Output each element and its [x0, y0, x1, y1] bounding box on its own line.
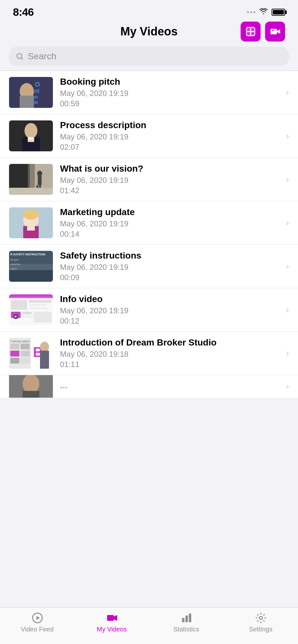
video-item-1[interactable]: O nl in de Booking pitch May 06, 2020 19…	[0, 71, 298, 114]
search-container: Search	[0, 43, 298, 71]
svg-text:de: de	[33, 100, 38, 105]
nav-my-videos[interactable]: My Videos	[74, 612, 149, 633]
video-thumbnail-5: R SAFETY INSTRUCTION tly geer cameras ro…	[9, 251, 53, 282]
add-video-button[interactable]	[241, 22, 261, 42]
video-duration-6: 00:12	[60, 317, 279, 326]
svg-rect-57	[21, 351, 30, 356]
svg-point-20	[37, 171, 42, 176]
search-bar[interactable]: Search	[9, 47, 289, 66]
svg-rect-59	[21, 358, 30, 364]
svg-rect-56	[10, 351, 19, 356]
camera-button[interactable]	[265, 22, 285, 42]
svg-text:cameras: cameras	[10, 263, 20, 266]
svg-text:Training videos: Training videos	[10, 340, 30, 343]
status-time: 8:46	[13, 6, 34, 18]
svg-rect-46	[22, 312, 32, 314]
page-title: My Videos	[120, 25, 177, 38]
video-title-4: Marketing update	[60, 207, 279, 217]
svg-rect-21	[38, 176, 42, 185]
svg-rect-6	[20, 96, 34, 108]
video-list: O nl in de Booking pitch May 06, 2020 19…	[0, 71, 298, 398]
svg-point-74	[259, 617, 262, 620]
chevron-icon-1: ›	[286, 87, 289, 98]
video-item-3[interactable]: What is our vision? May 06, 2020 19:19 0…	[0, 158, 298, 201]
video-title-2: Process description	[60, 120, 279, 130]
chevron-icon-7: ›	[286, 348, 289, 358]
svg-text:O: O	[35, 81, 40, 88]
svg-rect-58	[10, 358, 19, 364]
chevron-icon-3: ›	[286, 174, 289, 185]
nav-statistics[interactable]: Statistics	[149, 612, 224, 633]
svg-text:R SAFETY INSTRUCTION: R SAFETY INSTRUCTION	[10, 253, 45, 256]
video-duration-5: 00:09	[60, 273, 279, 282]
video-thumbnail-2	[9, 120, 53, 151]
svg-text:nl: nl	[34, 88, 39, 94]
status-bar: 8:46	[0, 0, 298, 22]
video-title-7: Introduction of Dream Broker Studio	[60, 337, 279, 348]
signal-icon	[247, 11, 255, 13]
svg-rect-48	[34, 312, 52, 323]
status-icons	[247, 8, 285, 16]
search-icon	[15, 52, 24, 61]
chevron-icon-8: ›	[286, 381, 289, 392]
nav-settings[interactable]: Settings	[224, 612, 298, 633]
svg-point-2	[272, 30, 273, 31]
svg-rect-39	[9, 294, 53, 297]
video-camera-icon	[105, 612, 119, 624]
svg-rect-71	[182, 618, 184, 622]
video-date-1: May 06, 2020 19:19	[60, 89, 279, 98]
header-actions	[241, 22, 285, 42]
video-item-8[interactable]: ... ›	[0, 375, 298, 398]
svg-rect-63	[40, 351, 49, 369]
video-info-8: ...	[60, 380, 279, 393]
nav-settings-label: Settings	[249, 626, 272, 633]
video-date-6: May 06, 2020 19:19	[60, 306, 279, 315]
video-thumbnail-3	[9, 164, 53, 195]
nav-video-feed-label: Video Feed	[21, 626, 54, 633]
battery-icon	[272, 9, 285, 16]
svg-rect-43	[29, 304, 47, 306]
chevron-icon-5: ›	[286, 261, 289, 271]
gear-icon	[254, 612, 268, 624]
search-placeholder: Search	[28, 51, 56, 62]
video-thumbnail-7: Training videos B	[9, 338, 53, 369]
chevron-icon-6: ›	[286, 305, 289, 315]
video-item-5[interactable]: R SAFETY INSTRUCTION tly geer cameras ro…	[0, 245, 298, 288]
video-info-1: Booking pitch May 06, 2020 19:19 00:59	[60, 77, 279, 108]
svg-rect-44	[29, 307, 48, 309]
video-item-6[interactable]: Info video May 06, 2020 19:19 00:12 ›	[0, 288, 298, 332]
svg-text:roject: roject	[10, 267, 17, 270]
nav-video-feed[interactable]: Video Feed	[0, 612, 74, 633]
svg-rect-69	[107, 615, 114, 621]
svg-point-27	[23, 209, 39, 220]
video-title-1: Booking pitch	[60, 77, 279, 87]
chevron-icon-2: ›	[286, 131, 289, 141]
video-info-6: Info video May 06, 2020 19:19 00:12	[60, 294, 279, 326]
video-date-3: May 06, 2020 19:19	[60, 176, 279, 185]
nav-statistics-label: Statistics	[173, 626, 199, 633]
svg-rect-41	[11, 300, 27, 310]
video-info-7: Introduction of Dream Broker Studio May …	[60, 337, 279, 369]
svg-rect-40	[9, 297, 53, 298]
wifi-icon	[259, 8, 268, 16]
svg-rect-24	[9, 188, 53, 195]
video-thumbnail-4	[9, 207, 53, 238]
video-thumbnail-8	[9, 375, 53, 398]
video-item-7[interactable]: Training videos B Introduction of Dream …	[0, 332, 298, 375]
video-item-2[interactable]: Process description May 06, 2020 19:19 0…	[0, 114, 298, 158]
video-date-5: May 06, 2020 19:19	[60, 263, 279, 272]
video-info-5: Safety instructions May 06, 2020 19:19 0…	[60, 251, 279, 282]
bottom-nav: Video Feed My Videos Statistics	[0, 607, 298, 644]
video-duration-1: 00:59	[60, 99, 279, 108]
video-item-4[interactable]: Marketing update May 06, 2020 19:19 00:1…	[0, 201, 298, 245]
video-duration-3: 01:42	[60, 186, 279, 195]
svg-point-12	[25, 123, 37, 138]
nav-my-videos-label: My Videos	[97, 626, 127, 633]
video-info-2: Process description May 06, 2020 19:19 0…	[60, 120, 279, 152]
svg-point-62	[40, 342, 49, 352]
play-icon	[30, 612, 45, 624]
svg-rect-37	[9, 270, 53, 282]
header: My Videos	[0, 22, 298, 43]
video-date-7: May 06, 2020 19:18	[60, 350, 279, 359]
video-info-3: What is our vision? May 06, 2020 19:19 0…	[60, 164, 279, 195]
